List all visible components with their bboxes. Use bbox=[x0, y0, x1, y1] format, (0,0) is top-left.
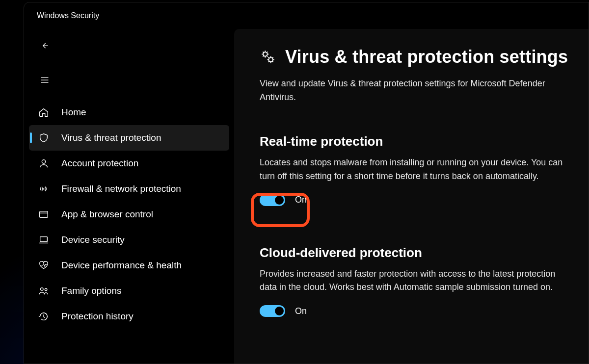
toggle-label: On bbox=[295, 195, 307, 205]
window-title: Windows Security bbox=[24, 2, 589, 29]
sidebar-item-label: Family options bbox=[61, 286, 122, 296]
cloud-toggle[interactable] bbox=[260, 305, 285, 317]
page-title: Virus & threat protection settings bbox=[285, 47, 568, 67]
signal-icon bbox=[38, 183, 50, 195]
sidebar-item-family[interactable]: Family options bbox=[29, 278, 229, 304]
sidebar-item-virus-threat[interactable]: Virus & threat protection bbox=[29, 125, 229, 151]
sidebar-item-home[interactable]: Home bbox=[29, 100, 229, 125]
section-description: Locates and stops malware from installin… bbox=[260, 156, 574, 183]
toggle-label: On bbox=[295, 306, 307, 316]
sidebar-item-device-sec[interactable]: Device security bbox=[29, 227, 229, 253]
history-icon bbox=[38, 311, 50, 322]
svg-point-0 bbox=[42, 160, 45, 163]
sidebar-item-account[interactable]: Account protection bbox=[29, 151, 229, 176]
hamburger-icon bbox=[40, 75, 50, 85]
gears-icon bbox=[260, 49, 276, 65]
sidebar: Home Virus & threat protection Account p… bbox=[24, 29, 234, 364]
nav-list: Home Virus & threat protection Account p… bbox=[24, 100, 234, 329]
sidebar-item-performance[interactable]: Device performance & health bbox=[29, 253, 229, 278]
svg-point-4 bbox=[45, 288, 47, 291]
app-window: Windows Security Home bbox=[24, 2, 589, 364]
sidebar-item-label: Firewall & network protection bbox=[61, 183, 181, 194]
sidebar-item-history[interactable]: Protection history bbox=[29, 304, 229, 329]
svg-point-6 bbox=[268, 57, 273, 62]
sidebar-item-label: Device security bbox=[61, 234, 125, 245]
body: Home Virus & threat protection Account p… bbox=[24, 29, 589, 364]
sidebar-item-label: App & browser control bbox=[61, 209, 153, 220]
section-description: Provides increased and faster protection… bbox=[260, 267, 574, 295]
section-title: Cloud-delivered protection bbox=[260, 245, 575, 260]
back-button[interactable] bbox=[34, 35, 55, 56]
sidebar-item-label: Protection history bbox=[61, 311, 134, 322]
page-subtitle: View and update Virus & threat protectio… bbox=[260, 77, 574, 104]
content-panel: Virus & threat protection settings View … bbox=[234, 29, 589, 364]
heartbeat-icon bbox=[38, 260, 50, 271]
svg-rect-2 bbox=[40, 237, 48, 242]
svg-point-5 bbox=[263, 52, 268, 56]
sidebar-item-label: Device performance & health bbox=[61, 260, 182, 271]
home-icon bbox=[38, 106, 50, 118]
sidebar-item-label: Virus & threat protection bbox=[61, 132, 161, 143]
person-icon bbox=[38, 157, 50, 169]
arrow-left-icon bbox=[40, 41, 50, 51]
window-icon bbox=[38, 208, 50, 220]
shield-icon bbox=[38, 132, 50, 144]
svg-point-3 bbox=[41, 288, 44, 291]
page-header: Virus & threat protection settings bbox=[260, 47, 575, 67]
nav-menu-button[interactable] bbox=[34, 69, 55, 91]
toggle-row-realtime: On bbox=[260, 194, 575, 206]
section-title: Real-time protection bbox=[260, 134, 575, 149]
sidebar-item-app-browser[interactable]: App & browser control bbox=[29, 202, 229, 227]
realtime-toggle[interactable] bbox=[260, 194, 285, 206]
sidebar-item-label: Home bbox=[61, 107, 86, 118]
section-cloud: Cloud-delivered protection Provides incr… bbox=[260, 245, 575, 317]
sidebar-item-firewall[interactable]: Firewall & network protection bbox=[29, 176, 229, 202]
toggle-row-cloud: On bbox=[260, 305, 575, 317]
laptop-icon bbox=[38, 234, 50, 246]
section-realtime: Real-time protection Locates and stops m… bbox=[260, 134, 575, 206]
sidebar-item-label: Account protection bbox=[61, 158, 138, 169]
family-icon bbox=[38, 285, 50, 297]
svg-rect-1 bbox=[40, 211, 48, 218]
